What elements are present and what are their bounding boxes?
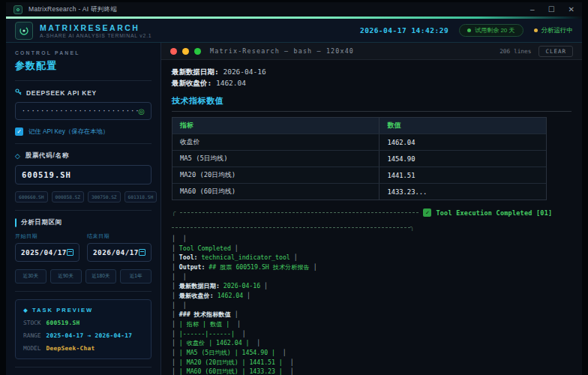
calendar-icon (139, 249, 146, 256)
app-window: MatrixResearch - AI 研判终端 – ☐ ✕ MATRIXRES… (6, 2, 582, 375)
stock-code-value: 600519.SH (22, 170, 71, 179)
task-preview-title: ◆ TASK PREVIEW (23, 307, 143, 314)
terminal-line: │ │ (172, 234, 572, 244)
terminal-line: │ | MA5 (5日均线) | 1454.90 | │ (172, 348, 572, 358)
calendar-icon (15, 219, 16, 226)
terminal-line: │ |------|------| │ (172, 329, 572, 339)
brand-subtitle: A-SHARE AI ANALYSIS TERMINAL v2.1 (40, 33, 152, 38)
brand-block: MATRIXRESEARCH A-SHARE AI ANALYSIS TERMI… (40, 23, 152, 38)
task-preview-card: ◆ TASK PREVIEW STOCK 600519.SH RANGE 202… (15, 299, 152, 359)
remember-key-label: 记住 API Key（保存在本地） (28, 128, 109, 136)
close-traffic-icon[interactable] (170, 48, 177, 55)
control-panel-sidebar: CONTROL PANEL 参数配置 DEEPSEEK API KEY ····… (6, 43, 161, 375)
divider (15, 80, 152, 81)
indicator-section-title: 技术指标数值 (172, 95, 572, 106)
divider (172, 111, 572, 112)
traffic-lights (170, 48, 201, 55)
brand-logo-icon (15, 22, 33, 40)
end-date-input[interactable]: 2026/04/17 (87, 243, 152, 262)
start-date-label: 开始日期 (15, 232, 80, 240)
terminal-line: │ | 收盘价 | 1462.04 | │ (172, 338, 572, 348)
quick-range-button[interactable]: 近30天 (15, 269, 46, 284)
close-button[interactable]: ✕ (568, 6, 574, 14)
titlebar: MatrixResearch - AI 研判终端 – ☐ ✕ (6, 2, 582, 16)
quick-range-buttons: 近30天近90天近180天近1年 (15, 269, 152, 284)
terminal-panel: Matrix-Research — bash — 120x40 206 line… (161, 43, 582, 375)
table-header-row: 指标 数值 (172, 118, 546, 134)
api-key-label: DEEPSEEK API KEY (15, 88, 152, 97)
quick-range-button[interactable]: 近180天 (86, 269, 117, 284)
status-dot-icon (534, 28, 538, 32)
terminal-line: │ | MA60 (60日均线) | 1433.23 | │ (172, 367, 572, 375)
terminal-line: │ Tool: technical_indicator_tool │ (172, 253, 572, 262)
indicator-table: 指标 数值 收盘价 1462.04 MA5 (5日均线) (172, 117, 547, 200)
task-preview-row: MODEL DeepSeek-Chat (23, 345, 143, 352)
maximize-button[interactable]: ☐ (548, 6, 555, 14)
table-row: MA5 (5日均线) 1454.90 (172, 150, 546, 166)
task-preview-row: STOCK 600519.SH (23, 320, 143, 326)
divider (15, 291, 152, 292)
remember-key-checkbox[interactable]: ✓ (15, 128, 23, 136)
quick-range-button[interactable]: 近90天 (50, 269, 82, 284)
divider (15, 367, 152, 368)
app-icon (14, 5, 22, 14)
trial-dot-icon (467, 28, 471, 32)
stock-suggestion-chip[interactable]: 000858.SZ (52, 191, 85, 202)
divider (15, 210, 152, 211)
tool-completed-checkbox-icon: ✓ (423, 208, 431, 217)
task-preview-row: RANGE 2025-04-17 → 2026-04-17 (23, 332, 143, 339)
window-title: MatrixResearch - AI 研判终端 (28, 5, 117, 14)
terminal-header: Matrix-Research — bash — 120x40 206 line… (161, 43, 582, 60)
latest-close-line: 最新收盘价: 1462.04 (172, 77, 572, 88)
tool-output-box: │ │ │ Tool Completed │ │ Tool: technical… (172, 234, 572, 375)
lines-count: 206 lines (500, 48, 531, 55)
minimize-button[interactable]: – (530, 6, 535, 14)
tool-banner: ╭ ✓ Tool Execution Completed [01] (172, 208, 572, 218)
date-range-label: 分析日期区间 (15, 218, 152, 226)
stock-suggestions: 600660.SH000858.SZ300750.SZ601318.SH (15, 191, 152, 202)
app-header: MATRIXRESEARCH A-SHARE AI ANALYSIS TERMI… (6, 19, 582, 43)
terminal-line: │ Output: ## 股票 600519.SH 技术分析报告 │ (172, 262, 572, 272)
terminal-line: │ │ (172, 272, 572, 282)
start-date-input[interactable]: 2025/04/17 (15, 243, 80, 262)
panel-label: CONTROL PANEL (15, 50, 152, 56)
terminal-line: │ ### 技术指标数值 │ (172, 310, 572, 320)
terminal-line: │ | MA20 (20日均线) | 1441.51 | │ (172, 358, 572, 368)
stock-suggestion-chip[interactable]: 600660.SH (15, 191, 48, 202)
stock-suggestion-chip[interactable]: 601318.SH (124, 191, 158, 202)
terminal-line: │ Tool Completed │ (172, 244, 572, 254)
calendar-icon (67, 249, 74, 256)
api-key-input[interactable]: ········································… (15, 102, 152, 120)
tool-banner-label: Tool Execution Completed [01] (436, 209, 552, 217)
stock-suggestion-chip[interactable]: 300750.SZ (88, 191, 121, 202)
sidebar-title: 参数配置 (15, 59, 152, 73)
trial-badge: 试用剩余 20 天 (459, 24, 523, 37)
tool-banner-border: ╮ (172, 224, 572, 231)
table-row: 收盘价 1462.04 (172, 134, 546, 150)
divider (15, 143, 152, 144)
api-key-masked-value: ········································ (22, 108, 138, 115)
brand-name: MATRIXRESEARCH (40, 23, 152, 32)
terminal-line: │ 最新收盘价: 1462.04 │ (172, 291, 572, 301)
stock-code-input[interactable]: 600519.SH (15, 165, 152, 184)
key-icon (15, 88, 22, 97)
minimize-traffic-icon[interactable] (182, 48, 189, 55)
show-password-icon[interactable]: ◎ (138, 107, 145, 116)
table-row: MA20 (20日均线) 1441.51 (172, 166, 546, 183)
stock-code-label: ◇ 股票代码/名称 (15, 152, 152, 160)
maximize-traffic-icon[interactable] (194, 48, 201, 55)
clear-button[interactable]: CLEAR (538, 46, 573, 57)
quick-range-button[interactable]: 近1年 (120, 269, 152, 284)
diamond-icon: ◇ (15, 152, 21, 160)
end-date-label: 结束日期 (87, 232, 152, 240)
terminal-line: │ 最新数据日期: 2026-04-16 │ (172, 281, 572, 291)
terminal-line: │ | 指标 | 数值 | │ (172, 320, 572, 329)
terminal-output: 最新数据日期: 2026-04-16 最新收盘价: 1462.04 技术指标数值… (161, 60, 582, 375)
status-indicator: 分析运行中 (534, 26, 574, 35)
terminal-line: │ │ (172, 301, 572, 310)
table-row: MA60 (60日均线) 1433.23... (172, 183, 546, 200)
clock: 2026-04-17 14:42:29 (360, 26, 448, 34)
terminal-title: Matrix-Research — bash — 120x40 (210, 47, 354, 55)
latest-date-line: 最新数据日期: 2026-04-16 (172, 66, 572, 77)
